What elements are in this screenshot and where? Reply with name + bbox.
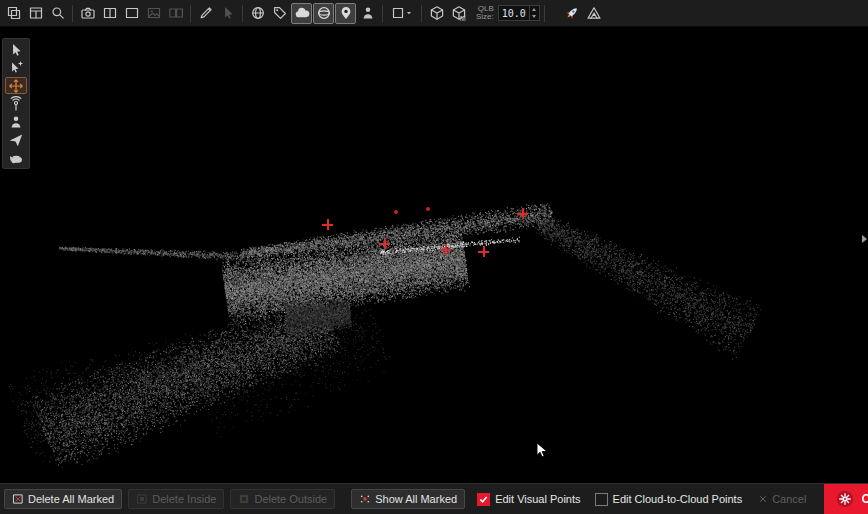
cursor-icon xyxy=(8,42,24,58)
teapot-icon xyxy=(8,150,24,166)
toolbar-separator xyxy=(242,5,243,22)
qlb-size-spinner[interactable] xyxy=(529,6,539,20)
viewsingle-icon xyxy=(124,5,140,21)
edit-cloud-to-cloud-points-label: Edit Cloud-to-Cloud Points xyxy=(613,493,743,505)
toolbar-separator xyxy=(190,5,191,22)
edit-visual-points-label: Edit Visual Points xyxy=(495,493,580,505)
control-point-cross-marker[interactable] xyxy=(322,219,333,230)
delete-all-marked-label: Delete All Marked xyxy=(28,493,114,505)
sphere-icon xyxy=(316,5,332,21)
optimize-bundle-icon xyxy=(836,490,854,508)
control-point-cross-marker[interactable] xyxy=(517,208,528,219)
edit-cloud-to-cloud-points-checkbox[interactable]: Edit Cloud-to-Cloud Points xyxy=(595,493,743,506)
top-toolbar: MQLBSize:10.0 xyxy=(0,0,868,27)
plane-icon xyxy=(8,132,24,148)
cancel-button[interactable]: Cancel xyxy=(752,492,812,506)
pin-icon xyxy=(338,5,354,21)
gcp-pin-button[interactable] xyxy=(335,3,356,24)
globe-icon xyxy=(250,5,266,21)
split-view-button[interactable] xyxy=(99,3,120,24)
mesh-icon xyxy=(586,5,602,21)
delete-inside-label: Delete Inside xyxy=(152,493,216,505)
toolbar-separator xyxy=(382,5,383,22)
point-cloud-display-button[interactable] xyxy=(291,3,312,24)
tag-icon xyxy=(272,5,288,21)
delete-outside-button[interactable]: Delete Outside xyxy=(230,489,335,509)
imagepair-icon xyxy=(168,5,184,21)
cloud-icon xyxy=(294,5,310,21)
show-all-marked-label: Show All Marked xyxy=(375,493,457,505)
person-icon xyxy=(8,114,24,130)
optimize-rocket-button[interactable] xyxy=(562,3,583,24)
control-point-dot-marker[interactable] xyxy=(394,210,398,214)
select-tool-button[interactable] xyxy=(5,41,27,58)
signal-tool-button[interactable] xyxy=(5,95,27,112)
move-icon xyxy=(8,78,24,94)
toolbar-separator xyxy=(421,5,422,22)
optimize-bundle-label: Optimize Bundle xyxy=(861,492,868,506)
camera-view-button[interactable] xyxy=(77,3,98,24)
control-point-dot-marker[interactable] xyxy=(426,207,430,211)
right-panel-expander[interactable] xyxy=(860,231,868,247)
pencil-icon xyxy=(198,5,214,21)
toolbar-separator xyxy=(544,5,545,22)
control-point-cross-marker[interactable] xyxy=(478,246,489,257)
mesh-tool-button[interactable] xyxy=(584,3,605,24)
bottom-toolbar: Delete All MarkedDelete InsideDelete Out… xyxy=(0,483,868,514)
antenna-icon xyxy=(8,96,24,112)
qlb-size-label: QLBSize: xyxy=(476,5,494,21)
scene-layers-button[interactable] xyxy=(3,3,24,24)
delete-all-marked-icon xyxy=(12,493,24,505)
render-tool-button[interactable] xyxy=(5,149,27,166)
image-pair-view-button[interactable] xyxy=(165,3,186,24)
cube-icon xyxy=(429,5,445,21)
zoomfit-icon xyxy=(50,5,66,21)
edit-cloud-to-cloud-points-checkbox-box[interactable] xyxy=(595,493,608,506)
close-icon xyxy=(758,494,768,504)
model-cube-button[interactable]: M xyxy=(448,3,469,24)
show-all-marked-icon xyxy=(359,493,371,505)
svg-text:M: M xyxy=(460,15,466,22)
point-cloud-viewport[interactable] xyxy=(0,27,868,483)
chevron-down-icon xyxy=(404,8,414,18)
image-icon xyxy=(146,5,162,21)
viewsplit-icon xyxy=(102,5,118,21)
layers-icon xyxy=(6,5,22,21)
cursor-star-icon xyxy=(8,60,24,76)
optimize-bundle-button[interactable]: Optimize Bundle xyxy=(824,484,868,514)
cancel-label: Cancel xyxy=(772,493,806,505)
qlb-size-input[interactable]: 10.0 xyxy=(498,5,540,21)
camera-icon xyxy=(80,5,96,21)
edit-visual-points-checkbox[interactable]: Edit Visual Points xyxy=(477,493,580,506)
delete-outside-icon xyxy=(238,493,250,505)
move-tool-button[interactable] xyxy=(5,77,27,94)
tag-points-button[interactable] xyxy=(269,3,290,24)
window-layout-button[interactable] xyxy=(25,3,46,24)
single-view-button[interactable] xyxy=(121,3,142,24)
control-point-cross-marker[interactable] xyxy=(379,238,390,249)
measure-tool-button[interactable] xyxy=(195,3,216,24)
display-mode-button[interactable] xyxy=(387,3,417,24)
control-point-cross-marker[interactable] xyxy=(440,244,451,255)
windows-icon xyxy=(28,5,44,21)
show-all-marked-button[interactable]: Show All Marked xyxy=(351,489,465,509)
select-marked-tool-button[interactable] xyxy=(5,59,27,76)
fly-tool-button[interactable] xyxy=(5,131,27,148)
person-view-tool-button[interactable] xyxy=(5,113,27,130)
globe-display-button[interactable] xyxy=(247,3,268,24)
delete-inside-button[interactable]: Delete Inside xyxy=(128,489,224,509)
person-pin-button[interactable] xyxy=(357,3,378,24)
bounding-cube-button[interactable] xyxy=(426,3,447,24)
cursor-icon xyxy=(220,5,236,21)
delete-outside-label: Delete Outside xyxy=(254,493,327,505)
image-view-button[interactable] xyxy=(143,3,164,24)
sphere-display-button[interactable] xyxy=(313,3,334,24)
pick-tool-button[interactable] xyxy=(217,3,238,24)
edit-visual-points-checkbox-box[interactable] xyxy=(477,493,490,506)
zoom-extents-button[interactable] xyxy=(47,3,68,24)
cube-m-icon: M xyxy=(451,5,467,21)
rocket-icon xyxy=(564,5,580,21)
delete-all-marked-button[interactable]: Delete All Marked xyxy=(4,489,122,509)
person-icon xyxy=(360,5,376,21)
qlb-size-value: 10.0 xyxy=(499,8,529,19)
